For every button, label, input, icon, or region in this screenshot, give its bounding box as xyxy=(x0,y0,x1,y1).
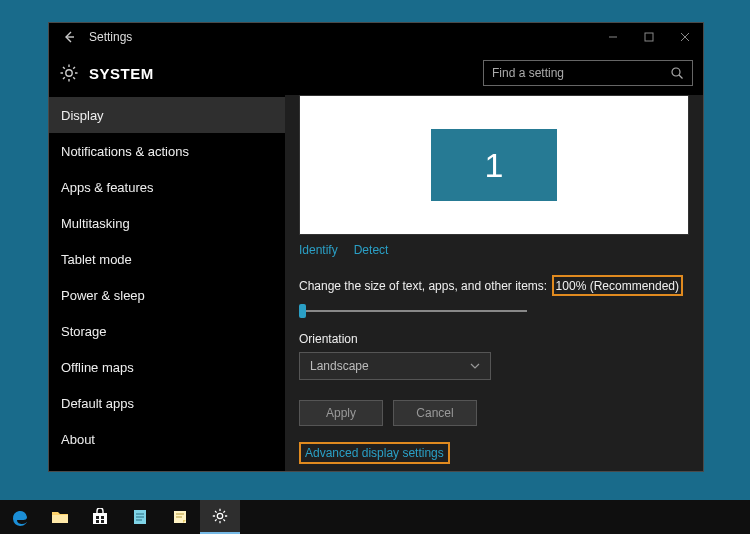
svg-rect-8 xyxy=(101,520,104,523)
store-icon xyxy=(91,508,109,526)
header: SYSTEM xyxy=(49,51,703,95)
monitor-number: 1 xyxy=(485,146,504,185)
sidebar-item-tablet-mode[interactable]: Tablet mode xyxy=(49,241,285,277)
taskbar-file-explorer[interactable] xyxy=(40,500,80,534)
scale-slider[interactable] xyxy=(299,304,527,318)
sidebar-item-label: Display xyxy=(61,108,104,123)
content-panel: 1 Identify Detect Change the size of tex… xyxy=(285,95,703,471)
sidebar: Display Notifications & actions Apps & f… xyxy=(49,95,285,471)
orientation-select[interactable]: Landscape xyxy=(299,352,491,380)
search-box[interactable] xyxy=(483,60,693,86)
svg-rect-4 xyxy=(93,513,107,524)
window-title: Settings xyxy=(89,30,132,44)
edge-icon xyxy=(10,507,30,527)
svg-rect-7 xyxy=(96,520,99,523)
window-controls xyxy=(595,23,703,51)
display-arrangement[interactable]: 1 xyxy=(299,95,689,235)
sticky-notes-icon xyxy=(171,508,189,526)
maximize-button[interactable] xyxy=(631,23,667,51)
search-icon xyxy=(670,66,684,80)
settings-window: Settings SYSTEM xyxy=(48,22,704,472)
sidebar-item-label: Default apps xyxy=(61,396,134,411)
sidebar-item-label: Tablet mode xyxy=(61,252,132,267)
sidebar-item-label: About xyxy=(61,432,95,447)
titlebar: Settings xyxy=(49,23,703,51)
taskbar-edge[interactable] xyxy=(0,500,40,534)
taskbar-notepad[interactable] xyxy=(120,500,160,534)
taskbar-sticky-notes[interactable] xyxy=(160,500,200,534)
sidebar-item-label: Notifications & actions xyxy=(61,144,189,159)
sidebar-item-storage[interactable]: Storage xyxy=(49,313,285,349)
sidebar-item-display[interactable]: Display xyxy=(49,97,285,133)
maximize-icon xyxy=(644,32,654,42)
minimize-icon xyxy=(608,32,618,42)
slider-track xyxy=(299,310,527,312)
svg-rect-6 xyxy=(101,516,104,519)
gear-icon xyxy=(211,507,229,525)
sidebar-item-label: Offline maps xyxy=(61,360,134,375)
monitor-1[interactable]: 1 xyxy=(431,129,557,201)
sidebar-item-label: Storage xyxy=(61,324,107,339)
orientation-value: Landscape xyxy=(310,359,369,373)
svg-point-11 xyxy=(217,513,222,518)
advanced-link-highlight: Advanced display settings xyxy=(299,442,450,464)
detect-link[interactable]: Detect xyxy=(354,243,389,257)
taskbar xyxy=(0,500,750,534)
slider-thumb[interactable] xyxy=(299,304,306,318)
sidebar-item-default-apps[interactable]: Default apps xyxy=(49,385,285,421)
sidebar-item-notifications[interactable]: Notifications & actions xyxy=(49,133,285,169)
sidebar-item-apps[interactable]: Apps & features xyxy=(49,169,285,205)
sidebar-item-label: Power & sleep xyxy=(61,288,145,303)
svg-point-1 xyxy=(66,70,72,76)
folder-icon xyxy=(51,509,69,525)
sidebar-item-label: Apps & features xyxy=(61,180,154,195)
identify-link[interactable]: Identify xyxy=(299,243,338,257)
scale-label: Change the size of text, apps, and other… xyxy=(299,279,547,293)
search-input[interactable] xyxy=(492,66,662,80)
sidebar-item-multitasking[interactable]: Multitasking xyxy=(49,205,285,241)
taskbar-settings[interactable] xyxy=(200,500,240,534)
notepad-icon xyxy=(131,508,149,526)
svg-rect-0 xyxy=(645,33,653,41)
svg-rect-3 xyxy=(52,515,68,523)
cancel-button[interactable]: Cancel xyxy=(393,400,477,426)
advanced-display-settings-link[interactable]: Advanced display settings xyxy=(305,446,444,460)
chevron-down-icon xyxy=(470,363,480,369)
taskbar-store[interactable] xyxy=(80,500,120,534)
scale-value: 100% (Recommended) xyxy=(556,279,679,293)
sidebar-item-power-sleep[interactable]: Power & sleep xyxy=(49,277,285,313)
sidebar-item-offline-maps[interactable]: Offline maps xyxy=(49,349,285,385)
close-button[interactable] xyxy=(667,23,703,51)
svg-point-2 xyxy=(672,68,680,76)
page-title: SYSTEM xyxy=(89,65,154,82)
back-arrow-icon xyxy=(62,30,76,44)
apply-button[interactable]: Apply xyxy=(299,400,383,426)
sidebar-item-label: Multitasking xyxy=(61,216,130,231)
orientation-label: Orientation xyxy=(299,332,689,346)
back-button[interactable] xyxy=(49,23,89,51)
svg-rect-5 xyxy=(96,516,99,519)
minimize-button[interactable] xyxy=(595,23,631,51)
close-icon xyxy=(680,32,690,42)
scale-value-highlight: 100% (Recommended) xyxy=(552,275,683,296)
sidebar-item-about[interactable]: About xyxy=(49,421,285,457)
gear-icon xyxy=(59,63,79,83)
